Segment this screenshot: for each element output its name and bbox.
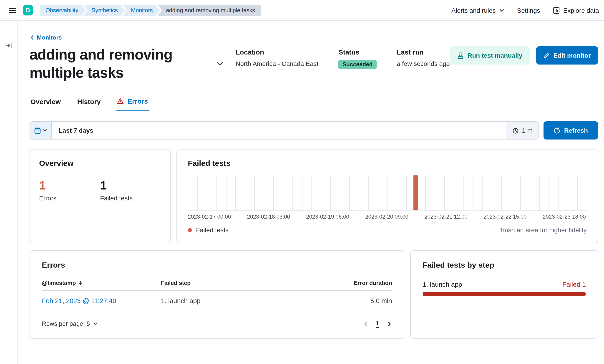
chart-gridline bbox=[283, 175, 283, 210]
chart-gridline bbox=[473, 175, 473, 210]
breadcrumb-observability[interactable]: Observability bbox=[39, 5, 86, 16]
top-navbar: D Observability Synthetics Monitors addi… bbox=[0, 0, 604, 21]
chart-gridline bbox=[359, 175, 359, 210]
failed-tests-count: 1 bbox=[100, 179, 161, 192]
stat-failed-tests: 1 Failed tests bbox=[100, 179, 161, 202]
pagination: 1 bbox=[363, 319, 392, 328]
chart-gridline bbox=[235, 175, 236, 210]
chart-gridline bbox=[463, 175, 464, 210]
tab-overview[interactable]: Overview bbox=[30, 94, 62, 111]
breadcrumb-synthetics[interactable]: Synthetics bbox=[83, 5, 125, 16]
overview-card: Overview 1 Errors 1 Failed tests bbox=[30, 149, 171, 243]
refresh-interval-chip[interactable]: 1 m bbox=[505, 122, 539, 139]
chart-gridline bbox=[273, 175, 274, 210]
refresh-button[interactable]: Refresh bbox=[543, 121, 598, 140]
expand-sidebar-button[interactable] bbox=[3, 39, 14, 51]
breadcrumb: Observability Synthetics Monitors adding… bbox=[39, 5, 261, 16]
chart-gridline bbox=[587, 175, 587, 210]
failed-tests-plot[interactable] bbox=[188, 175, 587, 211]
tab-history-label: History bbox=[77, 97, 101, 105]
explore-data-link[interactable]: Explore data bbox=[553, 7, 599, 14]
chart-gridline bbox=[188, 175, 188, 210]
chart-gridline bbox=[482, 175, 483, 210]
chevron-left-icon bbox=[30, 35, 35, 40]
refresh-interval-label: 1 m bbox=[522, 127, 533, 134]
meta-last-run: Last run a few seconds ago bbox=[397, 48, 450, 69]
next-page-button[interactable] bbox=[387, 321, 392, 327]
legend-failed-tests[interactable]: Failed tests bbox=[188, 226, 228, 234]
details-row: Errors @timestamp Failed step Error bbox=[30, 250, 598, 339]
app-root: D Observability Synthetics Monitors addi… bbox=[0, 0, 604, 364]
deployment-avatar[interactable]: D bbox=[23, 5, 33, 15]
chart-gridline bbox=[539, 175, 540, 210]
edit-monitor-button[interactable]: Edit monitor bbox=[536, 46, 598, 64]
errors-table: @timestamp Failed step Error duration bbox=[42, 280, 392, 311]
sort-down-icon bbox=[77, 280, 83, 286]
monitor-select-caret[interactable] bbox=[216, 60, 224, 68]
alerts-and-rules-menu[interactable]: Alerts and rules bbox=[452, 7, 504, 14]
failed-tests-count-label: Failed tests bbox=[100, 194, 161, 202]
rows-per-page-selector[interactable]: Rows per page: 5 bbox=[42, 320, 98, 327]
monitor-meta: Location North America - Canada East Sta… bbox=[236, 48, 450, 69]
refresh-icon bbox=[554, 127, 561, 134]
x-tick-label: 2023-02-17 00:00 bbox=[188, 214, 231, 220]
chart-gridline bbox=[311, 175, 312, 210]
step-item: 1. launch app Failed 1 bbox=[423, 281, 586, 296]
chart-x-axis: 2023-02-17 00:00 2023-02-18 03:00 2023-0… bbox=[188, 214, 587, 220]
chart-gridline bbox=[330, 175, 331, 210]
menu-icon[interactable] bbox=[6, 3, 19, 17]
breadcrumb-monitors[interactable]: Monitors bbox=[123, 5, 160, 16]
chart-gridline bbox=[292, 175, 293, 210]
tab-errors-label: Errors bbox=[127, 97, 148, 105]
previous-page-button[interactable] bbox=[363, 321, 368, 327]
explore-data-icon bbox=[553, 7, 560, 14]
date-range-value[interactable]: Last 7 days bbox=[52, 122, 505, 139]
chart-gridline bbox=[530, 175, 530, 210]
last-run-value: a few seconds ago bbox=[397, 60, 450, 67]
x-tick-label: 2023-02-20 09:00 bbox=[365, 214, 408, 220]
chart-gridline bbox=[577, 175, 578, 210]
chart-gridline bbox=[549, 175, 549, 210]
chart-footer: Failed tests Brush an area for higher fi… bbox=[188, 226, 587, 234]
overview-stats: 1 Errors 1 Failed tests bbox=[39, 179, 161, 202]
run-test-manually-button[interactable]: Run test manually bbox=[450, 46, 530, 64]
chart-gridline bbox=[302, 175, 302, 210]
location-label: Location bbox=[236, 48, 318, 56]
x-tick-label: 2023-02-23 18:00 bbox=[543, 214, 586, 220]
monitor-tabs: Overview History Errors bbox=[30, 94, 598, 111]
page-number-1[interactable]: 1 bbox=[376, 319, 379, 328]
chart-gridline bbox=[397, 175, 397, 210]
chart-gridline bbox=[264, 175, 264, 210]
meta-status: Status Succeeded bbox=[338, 48, 377, 69]
header-actions: Alerts and rules Settings Explore data bbox=[452, 7, 599, 14]
back-to-monitors-link[interactable]: Monitors bbox=[30, 34, 62, 41]
hamburger-icon bbox=[8, 6, 16, 14]
warning-triangle-icon bbox=[117, 98, 124, 105]
location-value: North America - Canada East bbox=[236, 60, 318, 67]
edit-monitor-label: Edit monitor bbox=[553, 52, 591, 59]
failed-tests-bar bbox=[414, 175, 418, 210]
failed-tests-card-title: Failed tests bbox=[188, 159, 587, 168]
status-badge: Succeeded bbox=[338, 60, 377, 69]
tab-overview-label: Overview bbox=[30, 97, 61, 105]
timestamp-header-label: @timestamp bbox=[42, 280, 76, 286]
tab-errors[interactable]: Errors bbox=[116, 94, 149, 111]
chart-gridline bbox=[558, 175, 559, 210]
summary-row: Overview 1 Errors 1 Failed tests Failed … bbox=[30, 149, 598, 243]
chevron-left-icon bbox=[363, 321, 368, 327]
timestamp-column-header[interactable]: @timestamp bbox=[42, 280, 161, 286]
x-tick-label: 2023-02-19 06:00 bbox=[306, 214, 349, 220]
errors-card: Errors @timestamp Failed step Error bbox=[30, 250, 404, 339]
quick-select-button[interactable] bbox=[30, 122, 52, 139]
legend-dot-icon bbox=[188, 228, 192, 232]
rows-per-page-label: Rows per page: 5 bbox=[42, 320, 90, 327]
back-link-label: Monitors bbox=[37, 34, 62, 41]
run-test-label: Run test manually bbox=[467, 52, 522, 59]
error-timestamp-link[interactable]: Feb 21, 2023 @ 11:27:40 bbox=[42, 297, 161, 304]
tab-history[interactable]: History bbox=[76, 94, 101, 111]
errors-card-title: Errors bbox=[42, 261, 392, 270]
chart-gridline bbox=[197, 175, 198, 210]
chart-gridline bbox=[568, 175, 568, 210]
settings-link[interactable]: Settings bbox=[517, 7, 540, 14]
brush-hint-text: Brush an area for higher fidelity bbox=[498, 226, 587, 234]
